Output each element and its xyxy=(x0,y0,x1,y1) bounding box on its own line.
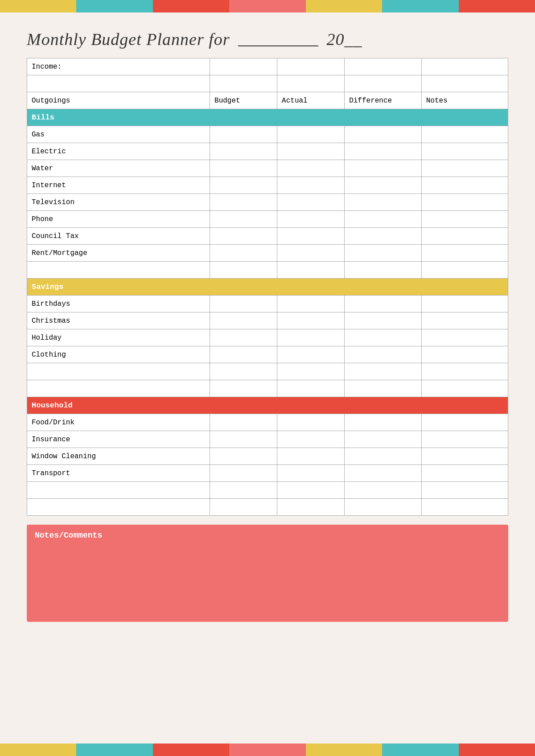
notes-section: Notes/Comments xyxy=(27,525,508,622)
television-diff[interactable] xyxy=(345,194,422,211)
household-header-label: Household xyxy=(27,397,508,414)
birthdays-notes[interactable] xyxy=(421,296,508,312)
label-internet: Internet xyxy=(27,177,210,194)
transport-budget[interactable] xyxy=(210,465,277,482)
row-television: Television xyxy=(27,194,508,211)
electric-actual[interactable] xyxy=(277,143,345,160)
phone-budget[interactable] xyxy=(210,211,277,228)
gas-notes[interactable] xyxy=(421,126,508,143)
clothing-budget[interactable] xyxy=(210,346,277,363)
internet-notes[interactable] xyxy=(421,177,508,194)
row-gas: Gas xyxy=(27,126,508,143)
birthdays-diff[interactable] xyxy=(345,296,422,312)
bar-seg-1 xyxy=(0,0,76,12)
window-budget[interactable] xyxy=(210,448,277,465)
water-diff[interactable] xyxy=(345,160,422,177)
electric-budget[interactable] xyxy=(210,143,277,160)
gas-actual[interactable] xyxy=(277,126,345,143)
council-tax-actual[interactable] xyxy=(277,228,345,245)
christmas-actual[interactable] xyxy=(277,312,345,329)
row-insurance: Insurance xyxy=(27,431,508,448)
label-clothing: Clothing xyxy=(27,346,210,363)
label-gas: Gas xyxy=(27,126,210,143)
insurance-budget[interactable] xyxy=(210,431,277,448)
phone-actual[interactable] xyxy=(277,211,345,228)
rent-budget[interactable] xyxy=(210,245,277,262)
label-holiday: Holiday xyxy=(27,329,210,346)
food-diff[interactable] xyxy=(345,414,422,431)
birthdays-budget[interactable] xyxy=(210,296,277,312)
budget-table: Income: Outgoings Budget Actual Differen… xyxy=(27,58,508,516)
label-electric: Electric xyxy=(27,143,210,160)
window-diff[interactable] xyxy=(345,448,422,465)
internet-diff[interactable] xyxy=(345,177,422,194)
row-food-drink: Food/Drink xyxy=(27,414,508,431)
insurance-notes[interactable] xyxy=(421,431,508,448)
transport-notes[interactable] xyxy=(421,465,508,482)
insurance-diff[interactable] xyxy=(345,431,422,448)
clothing-diff[interactable] xyxy=(345,346,422,363)
row-electric: Electric xyxy=(27,143,508,160)
col-actual: Actual xyxy=(277,92,345,109)
clothing-notes[interactable] xyxy=(421,346,508,363)
window-actual[interactable] xyxy=(277,448,345,465)
television-actual[interactable] xyxy=(277,194,345,211)
title-year-prefix: 20 xyxy=(327,30,345,49)
holiday-notes[interactable] xyxy=(421,329,508,346)
christmas-diff[interactable] xyxy=(345,312,422,329)
phone-notes[interactable] xyxy=(421,211,508,228)
holiday-budget[interactable] xyxy=(210,329,277,346)
row-internet: Internet xyxy=(27,177,508,194)
row-christmas: Christmas xyxy=(27,312,508,329)
water-notes[interactable] xyxy=(421,160,508,177)
electric-diff[interactable] xyxy=(345,143,422,160)
rent-actual[interactable] xyxy=(277,245,345,262)
row-council-tax: Council Tax xyxy=(27,228,508,245)
internet-budget[interactable] xyxy=(210,177,277,194)
transport-diff[interactable] xyxy=(345,465,422,482)
christmas-budget[interactable] xyxy=(210,312,277,329)
window-notes[interactable] xyxy=(421,448,508,465)
income-budget-cell xyxy=(210,58,277,75)
rent-notes[interactable] xyxy=(421,245,508,262)
bar-seg-2 xyxy=(76,0,152,12)
bar-seg-3 xyxy=(153,0,229,12)
council-tax-budget[interactable] xyxy=(210,228,277,245)
birthdays-actual[interactable] xyxy=(277,296,345,312)
spacer-row-1 xyxy=(27,75,508,92)
food-actual[interactable] xyxy=(277,414,345,431)
rent-diff[interactable] xyxy=(345,245,422,262)
clothing-actual[interactable] xyxy=(277,346,345,363)
council-tax-notes[interactable] xyxy=(421,228,508,245)
water-actual[interactable] xyxy=(277,160,345,177)
insurance-actual[interactable] xyxy=(277,431,345,448)
bottom-bar-seg-1 xyxy=(0,744,76,756)
phone-diff[interactable] xyxy=(345,211,422,228)
food-notes[interactable] xyxy=(421,414,508,431)
bottom-bar-seg-3 xyxy=(153,744,229,756)
food-budget[interactable] xyxy=(210,414,277,431)
col-budget: Budget xyxy=(210,92,277,109)
income-actual-cell xyxy=(277,58,345,75)
holiday-actual[interactable] xyxy=(277,329,345,346)
television-notes[interactable] xyxy=(421,194,508,211)
column-header-row: Outgoings Budget Actual Difference Notes xyxy=(27,92,508,109)
title-start: Monthly Budget Planner for xyxy=(27,30,230,49)
gas-diff[interactable] xyxy=(345,126,422,143)
notes-body[interactable] xyxy=(35,544,500,616)
television-budget[interactable] xyxy=(210,194,277,211)
transport-actual[interactable] xyxy=(277,465,345,482)
electric-notes[interactable] xyxy=(421,143,508,160)
row-transport: Transport xyxy=(27,465,508,482)
top-bar xyxy=(0,0,535,12)
christmas-notes[interactable] xyxy=(421,312,508,329)
main-content: Income: Outgoings Budget Actual Differen… xyxy=(0,58,535,635)
label-council-tax: Council Tax xyxy=(27,228,210,245)
internet-actual[interactable] xyxy=(277,177,345,194)
holiday-diff[interactable] xyxy=(345,329,422,346)
gas-budget[interactable] xyxy=(210,126,277,143)
water-budget[interactable] xyxy=(210,160,277,177)
row-phone: Phone xyxy=(27,211,508,228)
council-tax-diff[interactable] xyxy=(345,228,422,245)
bottom-bar-seg-7 xyxy=(459,744,535,756)
